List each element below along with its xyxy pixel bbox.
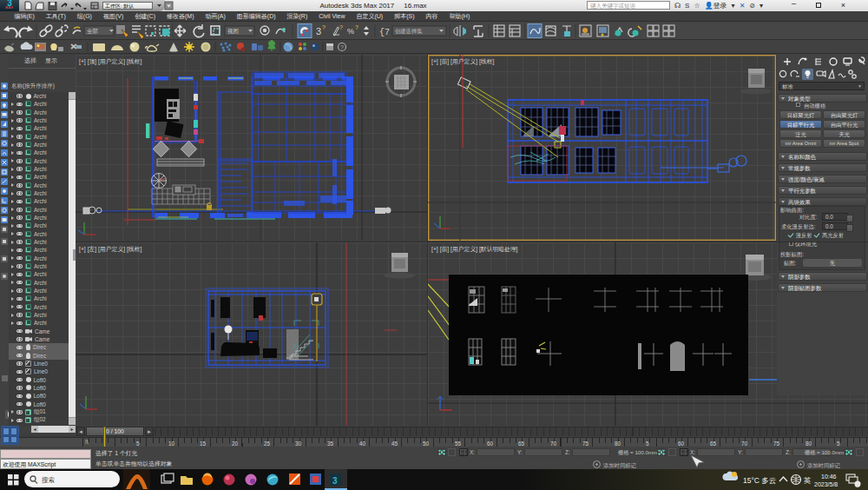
svg-text:全部: 全部 <box>87 28 98 35</box>
svg-text:?: ? <box>322 24 326 30</box>
svg-text:10:46: 10:46 <box>821 473 837 480</box>
svg-text:%: % <box>347 27 354 36</box>
svg-text:视图: 视图 <box>227 28 239 35</box>
svg-text:?: ? <box>339 24 343 30</box>
svg-text:创建选择集: 创建选择集 <box>395 28 423 35</box>
svg-text:搜索: 搜索 <box>42 476 55 484</box>
svg-text:3: 3 <box>332 476 338 486</box>
svg-text:?: ? <box>355 24 358 30</box>
svg-text:3: 3 <box>316 26 321 36</box>
svg-text:英: 英 <box>803 476 812 485</box>
svg-text:2023/5/8: 2023/5/8 <box>814 481 838 487</box>
svg-text:?: ? <box>340 44 344 50</box>
svg-text:{7: {7 <box>379 28 390 37</box>
svg-text:15°C 多云: 15°C 多云 <box>743 476 776 485</box>
